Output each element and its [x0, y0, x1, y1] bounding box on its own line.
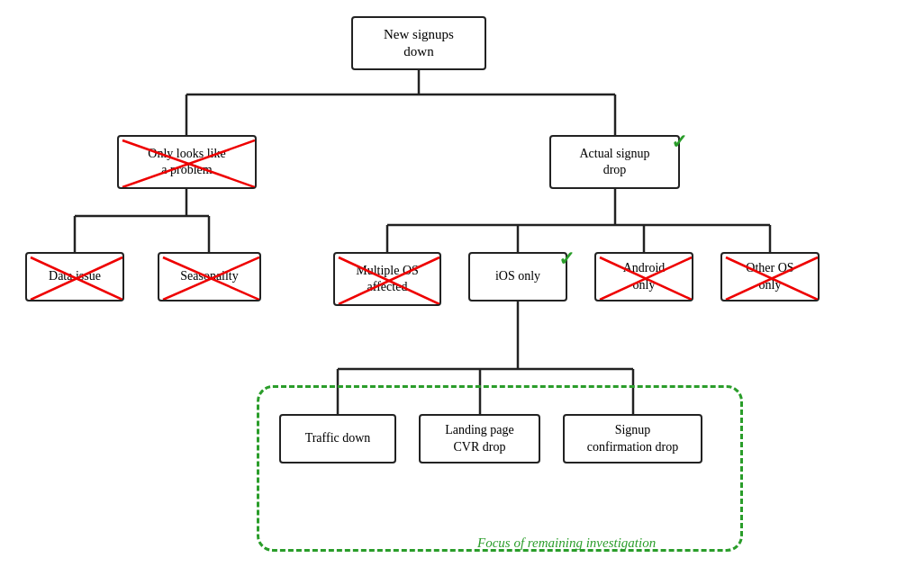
checkmark-right-branch: ✓ [671, 130, 687, 156]
traffic-down-node: Traffic down [279, 414, 396, 464]
seasonality-node: Seasonailty [158, 252, 261, 302]
right-branch-node: Actual signup drop ✓ [549, 135, 680, 189]
focus-label: Focus of remaining investigation [477, 536, 656, 551]
focus-investigation-box [257, 385, 743, 552]
ios-only-node: iOS only ✓ [468, 252, 567, 302]
data-issue-node: Data issue [25, 252, 124, 302]
android-only-node: Android only [594, 252, 693, 302]
tree-diagram: New signups down Only looks like a probl… [0, 0, 924, 585]
checkmark-ios: ✓ [558, 247, 575, 273]
left-branch-node: Only looks like a problem [117, 135, 257, 189]
other-os-node: Other OS only [720, 252, 820, 302]
signup-conf-node: Signup confirmation drop [563, 414, 702, 464]
root-node: New signups down [351, 16, 486, 70]
multi-os-node: Multiple OS affected [333, 252, 441, 306]
landing-cvr-node: Landing page CVR drop [419, 414, 540, 464]
